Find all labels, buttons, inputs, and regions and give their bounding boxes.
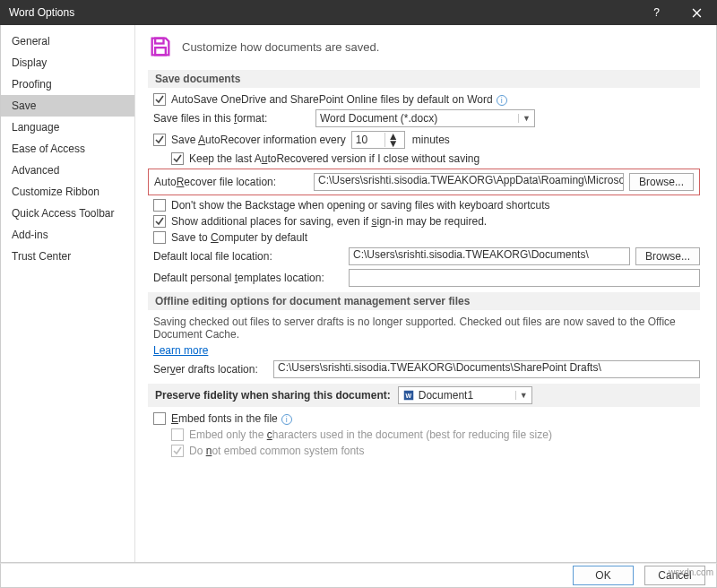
defloc-label: Default local file location: bbox=[153, 250, 343, 263]
info-icon[interactable]: i bbox=[281, 414, 292, 425]
sidebar-item-ease[interactable]: Ease of Access bbox=[1, 138, 134, 160]
dontshow-checkbox[interactable] bbox=[153, 199, 166, 212]
sidebar-item-ribbon[interactable]: Customize Ribbon bbox=[1, 181, 134, 203]
autorecover-minutes-spinner[interactable]: ▲▼ bbox=[351, 131, 405, 149]
keeplast-checkbox[interactable] bbox=[171, 152, 184, 165]
savecomp-checkbox[interactable] bbox=[153, 231, 166, 244]
svg-rect-0 bbox=[155, 39, 163, 44]
arloc-field[interactable]: C:\Users\srishti.sisodia.TWEAKORG\AppDat… bbox=[314, 173, 624, 191]
autorecover-minutes-input[interactable] bbox=[352, 134, 384, 146]
section-fidelity: Preserve fidelity when sharing this docu… bbox=[148, 384, 700, 407]
autorecover-label: Save AutoRecover information every bbox=[171, 134, 346, 146]
svg-rect-1 bbox=[155, 48, 166, 55]
drafts-field[interactable]: C:\Users\srishti.sisodia.TWEAKORG\Docume… bbox=[273, 360, 700, 378]
showadd-label: Show additional places for saving, even … bbox=[171, 215, 487, 228]
chevron-down-icon: ▼ bbox=[518, 114, 531, 123]
embed-common-checkbox bbox=[171, 445, 184, 457]
defloc-field[interactable]: C:\Users\srishti.sisodia.TWEAKORG\Docume… bbox=[349, 247, 630, 265]
sidebar-item-addins[interactable]: Add-ins bbox=[1, 224, 134, 246]
learn-more-link[interactable]: Learn more bbox=[153, 344, 208, 357]
minutes-label: minutes bbox=[412, 134, 450, 146]
dontshow-label: Don't show the Backstage when opening or… bbox=[171, 199, 550, 212]
help-button[interactable]: ? bbox=[636, 0, 677, 25]
savecomp-label: Save to Computer by default bbox=[171, 231, 307, 244]
embed-label: Embed fonts in the filei bbox=[171, 412, 292, 425]
dialog-footer: OK Cancel bbox=[0, 563, 717, 588]
deftpl-field[interactable] bbox=[349, 269, 700, 287]
fidelity-label: Preserve fidelity when sharing this docu… bbox=[155, 389, 391, 402]
arloc-browse-button[interactable]: Browse... bbox=[629, 173, 694, 191]
close-button[interactable] bbox=[677, 0, 717, 25]
section-offline: Offline editing options for document man… bbox=[148, 292, 700, 310]
offline-info: Saving checked out files to server draft… bbox=[153, 316, 700, 341]
content-pane: Customize how documents are saved. Save … bbox=[135, 25, 716, 562]
chevron-down-icon: ▼ bbox=[515, 391, 528, 400]
arloc-label: AutoRecover file location: bbox=[154, 176, 308, 188]
sidebar-item-proofing[interactable]: Proofing bbox=[1, 74, 134, 95]
defloc-browse-button[interactable]: Browse... bbox=[635, 247, 700, 265]
save-disk-icon bbox=[148, 34, 173, 59]
autosave-label: AutoSave OneDrive and SharePoint Online … bbox=[171, 93, 507, 106]
section-save-documents: Save documents bbox=[148, 70, 700, 88]
info-icon[interactable]: i bbox=[497, 95, 507, 106]
watermark: wsxdn.com bbox=[669, 567, 713, 577]
ok-button[interactable]: OK bbox=[573, 566, 634, 585]
word-doc-icon: W bbox=[402, 389, 415, 402]
sidebar-item-advanced[interactable]: Advanced bbox=[1, 160, 134, 181]
keeplast-label: Keep the last AutoRecovered version if I… bbox=[189, 152, 479, 165]
autorecover-checkbox[interactable] bbox=[153, 134, 166, 146]
format-label: Save files in this format: bbox=[153, 112, 310, 125]
fidelity-doc-dropdown[interactable]: W Document1▼ bbox=[398, 386, 532, 404]
embed-common-label: Do not embed common system fonts bbox=[189, 445, 364, 457]
autorecover-location-row: AutoRecover file location: C:\Users\sris… bbox=[148, 169, 700, 195]
sidebar: General Display Proofing Save Language E… bbox=[1, 25, 135, 562]
embed-chars-checkbox bbox=[171, 428, 184, 441]
sidebar-item-display[interactable]: Display bbox=[1, 52, 134, 74]
format-dropdown[interactable]: Word Document (*.docx)▼ bbox=[315, 109, 535, 127]
embed-chars-label: Embed only the characters used in the do… bbox=[189, 428, 552, 441]
autosave-checkbox[interactable] bbox=[153, 93, 166, 106]
window-title: Word Options bbox=[9, 6, 636, 19]
svg-text:W: W bbox=[405, 393, 411, 399]
sidebar-item-language[interactable]: Language bbox=[1, 117, 134, 138]
page-header: Customize how documents are saved. bbox=[182, 40, 379, 54]
drafts-label: Server drafts location: bbox=[153, 363, 268, 376]
sidebar-item-qat[interactable]: Quick Access Toolbar bbox=[1, 203, 134, 224]
deftpl-label: Default personal templates location: bbox=[153, 272, 343, 284]
sidebar-item-save[interactable]: Save bbox=[1, 95, 134, 117]
sidebar-item-general[interactable]: General bbox=[1, 30, 134, 52]
title-bar: Word Options ? bbox=[0, 0, 717, 25]
showadd-checkbox[interactable] bbox=[153, 215, 166, 228]
embed-checkbox[interactable] bbox=[153, 412, 166, 425]
sidebar-item-trust[interactable]: Trust Center bbox=[1, 246, 134, 267]
spin-down-icon[interactable]: ▼ bbox=[388, 140, 399, 147]
